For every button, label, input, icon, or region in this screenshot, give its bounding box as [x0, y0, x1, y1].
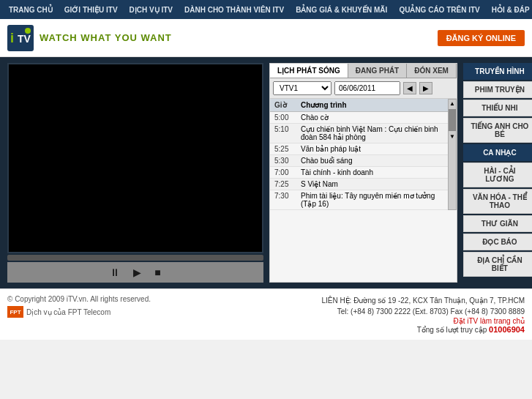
table-row: 7:25 S Việt Nam [270, 179, 448, 190]
schedule-content: Giờ Chương trình 5:00 Chào cờ 5:10 Cựu c… [270, 99, 448, 210]
footer: © Copyright 2009 iTV.vn. All rights rese… [0, 288, 532, 340]
schedule-controls: VTV1 ◀ ▶ [270, 78, 457, 99]
table-row: 7:00 Tài chính - kinh doanh [270, 167, 448, 179]
svg-point-3 [25, 28, 31, 34]
logo-text: WATCH WHAT YOU WANT [40, 32, 172, 43]
copyright-text: © Copyright 2009 iTV.vn. All rights rese… [7, 295, 151, 303]
date-next-arrow[interactable]: ▶ [419, 82, 432, 94]
schedule-program[interactable]: Phim tài liệu: Tây nguyên miền mơ tưởng … [296, 190, 448, 210]
schedule-table: Giờ Chương trình 5:00 Chào cờ 5:10 Cựu c… [270, 99, 448, 210]
sidebar-item-ting-anh-cho-b[interactable]: TIẾNG ANH CHO BÉ [463, 118, 532, 143]
footer-left: © Copyright 2009 iTV.vn. All rights rese… [7, 295, 151, 318]
schedule-time: 5:30 [270, 155, 296, 167]
nav-item-about[interactable]: GIỚI THIỆU iTV [59, 6, 124, 14]
sidebar-item-thiu-nhi[interactable]: THIẾU NHI [463, 100, 532, 116]
table-row: 5:10 Cựu chiến binh Việt Nam : Cựu chiến… [270, 124, 448, 143]
schedule-program[interactable]: S Việt Nam [296, 179, 448, 190]
logo-area: i TV WATCH WHAT YOU WANT [7, 25, 172, 51]
svg-text:i: i [10, 31, 14, 45]
scroll-down-arrow[interactable]: ▼ [449, 133, 456, 141]
col-header-program: Chương trình [296, 99, 448, 112]
fpt-logo-area: FPT Dịch vụ của FPT Telecom [7, 306, 151, 318]
schedule-time: 7:30 [270, 190, 296, 210]
sidebar-item-phim-truyn[interactable]: PHIM TRUYỆN [463, 81, 532, 98]
schedule-program[interactable]: Chào cờ [296, 112, 448, 124]
svg-text:TV: TV [18, 33, 31, 45]
schedule-scrollbar[interactable]: ▲ ▼ [448, 99, 457, 210]
nav-item-ads[interactable]: QUẢNG CÁO TRÊN iTV [393, 6, 485, 14]
col-header-time: Giờ [270, 99, 296, 112]
main-content: ⏸ ▶ ■ LỊCH PHÁT SÓNG ĐANG PHÁT ĐÓN XEM V… [0, 57, 532, 288]
tab-playing[interactable]: ĐANG PHÁT [348, 64, 407, 78]
nav-item-members[interactable]: DÀNH CHO THÀNH VIÊN iTV [179, 6, 290, 14]
date-input[interactable] [334, 81, 400, 95]
video-screen [7, 63, 263, 253]
tab-upcoming[interactable]: ĐÓN XEM [407, 64, 457, 78]
register-button[interactable]: ĐĂNG KÝ ONLINE [438, 30, 525, 46]
video-player: ⏸ ▶ ■ [7, 63, 263, 283]
schedule-time: 7:25 [270, 179, 296, 190]
table-row: 5:00 Chào cờ [270, 112, 448, 124]
schedule-program[interactable]: Chào buổi sáng [296, 155, 448, 167]
sidebar-item-a-ch-cn-bit[interactable]: ĐỊA CHỈ CẦN BIẾT [463, 252, 532, 277]
date-prev-arrow[interactable]: ◀ [403, 82, 416, 94]
table-row: 5:30 Chào buổi sáng [270, 155, 448, 167]
schedule-time: 7:00 [270, 167, 296, 179]
sidebar-item-vn-ha---th-thao[interactable]: VĂN HÓA - THỂ THAO [463, 189, 532, 214]
contact-line1: LIÊN HỆ: Đường số 19 -22, KCX Tân Thuận,… [321, 295, 525, 306]
fpt-icon: FPT [7, 306, 23, 318]
stop-button[interactable]: ■ [151, 265, 163, 280]
fpt-label: Dịch vụ của FPT Telecom [26, 308, 110, 316]
schedule-time: 5:10 [270, 124, 296, 143]
video-controls: ⏸ ▶ ■ [7, 262, 263, 283]
schedule-program[interactable]: Văn bản pháp luật [296, 143, 448, 155]
visit-label: Tổng số lượt truy cập 01006904 [321, 325, 525, 334]
tab-schedule[interactable]: LỊCH PHÁT SÓNG [270, 64, 348, 78]
set-home-link[interactable]: Đặt iTV làm trang chủ [321, 317, 525, 325]
sidebar-item-truyn-hnh[interactable]: TRUYỀN HÌNH [463, 63, 532, 80]
sidebar-item-c-bo[interactable]: ĐỌC BÁO [463, 234, 532, 250]
sidebar-item-ca-nhc[interactable]: CA NHẠC [463, 144, 532, 161]
sidebar-item-th-gin[interactable]: THƯ GIÃN [463, 215, 532, 232]
right-sidebar: TRUYỀN HÌNHPHIM TRUYỆNTHIẾU NHITIẾNG ANH… [463, 63, 532, 283]
schedule-tabs: LỊCH PHÁT SÓNG ĐANG PHÁT ĐÓN XEM [270, 64, 457, 78]
logo-tagline: WATCH WHAT YOU WANT [40, 32, 172, 43]
top-navigation: TRANG CHỦGIỚI THIỆU iTVDỊCH VỤ iTVDÀNH C… [0, 0, 532, 19]
scroll-thumb[interactable] [449, 109, 456, 131]
footer-right: LIÊN HỆ: Đường số 19 -22, KCX Tân Thuận,… [321, 295, 525, 334]
nav-item-faq[interactable]: HỎI & ĐÁP [486, 6, 532, 14]
schedule-program[interactable]: Tài chính - kinh doanh [296, 167, 448, 179]
schedule-table-wrap: Giờ Chương trình 5:00 Chào cờ 5:10 Cựu c… [270, 99, 457, 210]
contact-line2: Tel: (+84 8) 7300 2222 (Ext. 8703) Fax (… [321, 306, 525, 317]
nav-item-pricing[interactable]: BẢNG GIÁ & KHUYẾN MÃI [290, 6, 393, 14]
schedule-program[interactable]: Cựu chiến binh Việt Nam : Cựu chiến binh… [296, 124, 448, 143]
scroll-up-arrow[interactable]: ▲ [449, 100, 456, 108]
channel-select[interactable]: VTV1 [273, 81, 331, 95]
itv-logo-icon: i TV [7, 25, 34, 51]
video-progress-bar[interactable] [7, 255, 263, 261]
nav-item-service[interactable]: DỊCH VỤ iTV [124, 6, 179, 14]
nav-item-home[interactable]: TRANG CHỦ [3, 6, 59, 14]
schedule-panel: LỊCH PHÁT SÓNG ĐANG PHÁT ĐÓN XEM VTV1 ◀ … [269, 63, 457, 283]
pause-button[interactable]: ⏸ [107, 265, 123, 280]
schedule-time: 5:00 [270, 112, 296, 124]
visit-count: 01006904 [489, 325, 525, 334]
play-button[interactable]: ▶ [130, 265, 144, 280]
sidebar-item-hi---ci-lng[interactable]: HÀI - CẢI LƯƠNG [463, 163, 532, 187]
table-row: 7:30 Phim tài liệu: Tây nguyên miền mơ t… [270, 190, 448, 210]
table-row: 5:25 Văn bản pháp luật [270, 143, 448, 155]
logo-bar: i TV WATCH WHAT YOU WANT ĐĂNG KÝ ONLINE [0, 19, 532, 57]
schedule-time: 5:25 [270, 143, 296, 155]
contact-info: LIÊN HỆ: Đường số 19 -22, KCX Tân Thuận,… [321, 295, 525, 317]
